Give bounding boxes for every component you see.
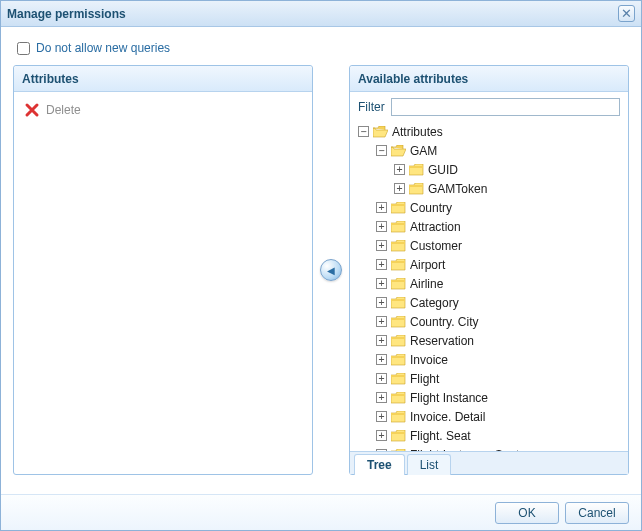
tree-node[interactable]: +Invoice. Detail [376, 407, 620, 426]
folder-open-icon [391, 145, 406, 157]
columns: Attributes Delete ◀ Available attributes [13, 65, 629, 475]
folder-closed-icon [391, 373, 406, 385]
no-new-queries-row[interactable]: Do not allow new queries [13, 37, 629, 65]
tree-node[interactable]: +Invoice [376, 350, 620, 369]
tree-node-label: Reservation [410, 334, 474, 348]
collapse-icon[interactable]: − [376, 145, 387, 156]
tree-node-label: Airport [410, 258, 445, 272]
tree-node[interactable]: +Category [376, 293, 620, 312]
arrow-left-icon: ◀ [327, 265, 335, 276]
move-left-button[interactable]: ◀ [320, 259, 342, 281]
tree-node-label: Flight [410, 372, 439, 386]
delete-label: Delete [46, 103, 81, 117]
tab-tree[interactable]: Tree [354, 454, 405, 475]
tree-node[interactable]: +Flight Instance [376, 388, 620, 407]
svg-rect-4 [391, 242, 405, 244]
folder-closed-icon [391, 221, 406, 233]
tree-node[interactable]: +Airport [376, 255, 620, 274]
expand-icon[interactable]: + [376, 392, 387, 403]
tree-node-label: Category [410, 296, 459, 310]
tree-node[interactable]: +Flight. Seat [376, 426, 620, 445]
svg-rect-0 [409, 166, 423, 168]
tree-node-label: GAMToken [428, 182, 487, 196]
expand-icon[interactable]: + [376, 240, 387, 251]
folder-closed-icon [409, 183, 424, 195]
close-icon: ✕ [621, 7, 632, 20]
dialog-body: Do not allow new queries Attributes Dele… [1, 27, 641, 475]
svg-rect-9 [391, 337, 405, 339]
expand-icon[interactable]: + [376, 202, 387, 213]
attribute-tree[interactable]: −Attributes−GAM+GUID+GAMToken+Country+At… [358, 122, 620, 451]
folder-closed-icon [391, 430, 406, 442]
tree-node[interactable]: +Country. City [376, 312, 620, 331]
tree-node-label: Flight Instance [410, 391, 488, 405]
collapse-icon[interactable]: − [358, 126, 369, 137]
expand-icon[interactable]: + [376, 259, 387, 270]
folder-closed-icon [391, 297, 406, 309]
folder-closed-icon [391, 202, 406, 214]
expand-icon[interactable]: + [376, 411, 387, 422]
expand-icon[interactable]: + [376, 430, 387, 441]
svg-rect-14 [391, 432, 405, 434]
expand-icon[interactable]: + [376, 278, 387, 289]
tree-node-label: Customer [410, 239, 462, 253]
folder-closed-icon [391, 278, 406, 290]
expand-icon[interactable]: + [376, 373, 387, 384]
expand-icon[interactable]: + [376, 354, 387, 365]
expand-icon[interactable]: + [376, 316, 387, 327]
expand-icon[interactable]: + [394, 164, 405, 175]
dialog: Manage permissions ✕ Do not allow new qu… [0, 0, 642, 531]
attributes-body: Delete [14, 92, 312, 474]
folder-closed-icon [409, 164, 424, 176]
svg-rect-13 [391, 413, 405, 415]
tree-node-label: Attraction [410, 220, 461, 234]
delete-icon [24, 102, 40, 118]
tree-node[interactable]: −Attributes [358, 122, 620, 141]
folder-closed-icon [391, 316, 406, 328]
tree-node-label: Country. City [410, 315, 478, 329]
svg-rect-1 [409, 185, 423, 187]
tree-node[interactable]: +Customer [376, 236, 620, 255]
view-tabs: Tree List [350, 451, 628, 474]
available-header: Available attributes [350, 66, 628, 92]
arrow-gap: ◀ [313, 65, 349, 475]
svg-rect-2 [391, 204, 405, 206]
cancel-button[interactable]: Cancel [565, 502, 629, 524]
tree-node-label: GUID [428, 163, 458, 177]
tree-node[interactable]: −GAM [376, 141, 620, 160]
tree-node[interactable]: +Attraction [376, 217, 620, 236]
tree-node-label: Country [410, 201, 452, 215]
folder-closed-icon [391, 259, 406, 271]
ok-button[interactable]: OK [495, 502, 559, 524]
close-button[interactable]: ✕ [618, 5, 635, 22]
svg-rect-11 [391, 375, 405, 377]
attributes-panel: Attributes Delete [13, 65, 313, 475]
expand-icon[interactable]: + [376, 221, 387, 232]
svg-rect-12 [391, 394, 405, 396]
tree-node[interactable]: +GUID [394, 160, 620, 179]
tree-node-label: Airline [410, 277, 443, 291]
expand-icon[interactable]: + [394, 183, 405, 194]
tree-node[interactable]: +Flight [376, 369, 620, 388]
dialog-title: Manage permissions [7, 7, 618, 21]
svg-rect-10 [391, 356, 405, 358]
delete-button[interactable]: Delete [22, 98, 304, 122]
tree-node[interactable]: +Airline [376, 274, 620, 293]
folder-closed-icon [391, 392, 406, 404]
tree-node[interactable]: +GAMToken [394, 179, 620, 198]
svg-rect-7 [391, 299, 405, 301]
tree-node[interactable]: +Country [376, 198, 620, 217]
available-panel: Available attributes Filter −Attributes−… [349, 65, 629, 475]
expand-icon[interactable]: + [376, 335, 387, 346]
folder-closed-icon [391, 240, 406, 252]
filter-label: Filter [358, 100, 385, 114]
tree-node[interactable]: +Reservation [376, 331, 620, 350]
tab-list[interactable]: List [407, 454, 452, 475]
tree-node-label: Invoice. Detail [410, 410, 485, 424]
expand-icon[interactable]: + [376, 297, 387, 308]
tree-node-label: Invoice [410, 353, 448, 367]
tree-node-label: Flight. Seat [410, 429, 471, 443]
no-new-queries-checkbox[interactable] [17, 42, 30, 55]
filter-input[interactable] [391, 98, 620, 116]
no-new-queries-label: Do not allow new queries [36, 41, 170, 55]
